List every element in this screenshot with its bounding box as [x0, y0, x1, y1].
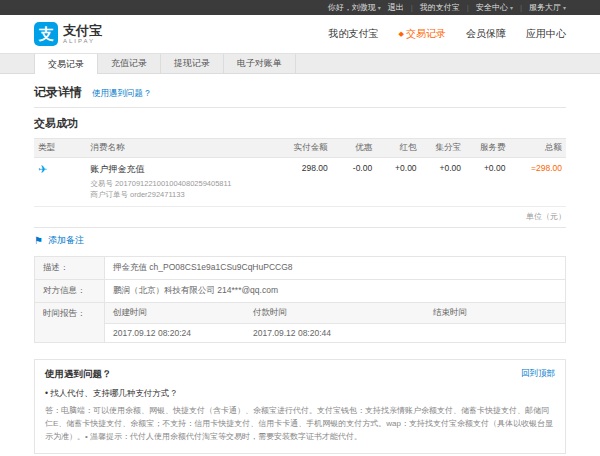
col-header-total: 总额	[509, 139, 566, 158]
security-center-label: 安全中心	[476, 2, 508, 13]
detail-label: 时间报告：	[35, 303, 105, 342]
usage-help-link[interactable]: 使用遇到问题？	[92, 88, 152, 100]
discount-amount: -0.00	[332, 158, 376, 207]
chevron-down-icon: ▾	[378, 4, 381, 11]
col-header-jifenbao: 集分宝	[421, 139, 465, 158]
topbar-separator: |	[411, 3, 413, 12]
detail-row-time: 时间报告： 创建时间 付款时间 结束时间 2017.09.12 08:20:24…	[35, 303, 565, 342]
paid-time: 2017.09.12 08:20:44	[245, 324, 425, 342]
user-greeting-label: 你好，刘傲现	[328, 2, 376, 13]
topbar-security-center-link[interactable]: 安全中心 ▾	[476, 2, 513, 13]
topbar-service-hall-link[interactable]: 服务大厅 ▾	[529, 2, 566, 13]
tab-withdraw-records[interactable]: 提现记录	[161, 54, 224, 73]
chevron-down-icon: ▾	[510, 4, 513, 11]
detail-row-description: 描述： 押金充值 ch_PO08CS1e9a1CSu9CqHuPCCG8	[35, 257, 565, 280]
help-question: • 找人代付、支持哪几种支付方式？	[45, 388, 555, 400]
alipay-trade-detail-page: 你好，刘傲现 ▾ 退出 | 我的支付宝 | 安全中心 ▾ | 服务大厅 ▾ 支	[0, 0, 600, 456]
unit-note: 单位（元）	[34, 207, 566, 227]
tab-recharge-records[interactable]: 充值记录	[98, 54, 161, 73]
trade-table-header-row: 类型 消费名称 实付金额 优惠 红包 集分宝 服务费 总额	[34, 139, 566, 158]
trade-number: 交易号 2017091221001004080259405811	[90, 178, 269, 189]
tab-trade-records[interactable]: 交易记录	[34, 54, 98, 74]
trade-table-row: ✈ 账户押金充值 交易号 201709122100100408025940581…	[34, 158, 566, 207]
col-header-redpacket: 红包	[376, 139, 420, 158]
airplane-icon: ✈	[38, 163, 47, 175]
brand-subname: ALIPAY	[63, 38, 102, 44]
detail-value: 鹏润（北京）科技有限公司 214***@qq.com	[105, 280, 286, 302]
time-col-paid: 付款时间	[245, 303, 425, 323]
topbar-separator: |	[520, 3, 522, 12]
jifenbao-amount: +0.00	[421, 158, 465, 207]
main-content: 记录详情 使用遇到问题？ 交易成功 类型 消费名称 实付金额 优惠 红包 集分宝…	[0, 74, 600, 456]
created-time: 2017.09.12 08:20:24	[105, 324, 245, 342]
logo-text: 支付宝 ALIPAY	[63, 24, 102, 44]
alipay-logo-icon: 支	[34, 22, 58, 46]
total-amount: =298.00	[509, 158, 566, 207]
time-header-row: 创建时间 付款时间 结束时间	[105, 303, 565, 324]
item-name: 账户押金充值	[90, 163, 269, 176]
type-cell: ✈	[34, 158, 86, 207]
topbar-my-alipay-link[interactable]: 我的支付宝	[420, 2, 460, 13]
flag-icon: ⚑	[34, 235, 43, 246]
paid-amount: 298.00	[273, 158, 332, 207]
topbar: 你好，刘傲现 ▾ 退出 | 我的支付宝 | 安全中心 ▾ | 服务大厅 ▾	[0, 0, 600, 15]
diamond-icon: ◆	[399, 30, 404, 38]
redpacket-amount: +0.00	[376, 158, 420, 207]
remark-row: ⚑ 添加备注	[34, 227, 566, 256]
help-box: 使用遇到问题？ 回到顶部 • 找人代付、支持哪几种支付方式？ 答：电脑端：可以使…	[34, 359, 566, 455]
service-hall-label: 服务大厅	[529, 2, 561, 13]
chevron-down-icon: ▾	[563, 4, 566, 11]
finished-time	[425, 324, 565, 342]
nav-my-alipay[interactable]: 我的支付宝	[329, 27, 379, 41]
trade-status: 交易成功	[34, 108, 566, 138]
user-greeting[interactable]: 你好，刘傲现 ▾	[328, 2, 381, 13]
time-subtable: 创建时间 付款时间 结束时间 2017.09.12 08:20:24 2017.…	[105, 303, 565, 342]
help-title: 使用遇到问题？	[45, 368, 112, 381]
nav-app-center[interactable]: 应用中心	[526, 27, 566, 41]
col-header-type: 类型	[34, 139, 86, 158]
nav-trade-records-label: 交易记录	[406, 27, 446, 41]
col-header-service-fee: 服务费	[465, 139, 509, 158]
brand-name: 支付宝	[63, 24, 102, 38]
logo-glyph: 支	[39, 25, 54, 44]
alipay-logo[interactable]: 支 支付宝 ALIPAY	[34, 22, 102, 46]
trade-table: 类型 消费名称 实付金额 优惠 红包 集分宝 服务费 总额 ✈ 账户押金充值	[34, 138, 566, 207]
add-remark-link[interactable]: 添加备注	[48, 234, 84, 247]
help-header: 使用遇到问题？ 回到顶部	[45, 368, 555, 381]
detail-label: 对方信息：	[35, 280, 105, 302]
tab-e-statement[interactable]: 电子对账单	[224, 54, 296, 73]
logout-link[interactable]: 退出	[388, 2, 404, 13]
help-answer: 答：电脑端：可以使用余额、网银、快捷支付（含卡通）、余额宝进行代付。支付宝钱包：…	[45, 404, 555, 444]
back-to-top-link[interactable]: 回到顶部	[521, 368, 555, 380]
col-header-name: 消费名称	[86, 139, 273, 158]
detail-value: 押金充值 ch_PO08CS1e9a1CSu9CqHuPCCG8	[105, 257, 301, 279]
time-col-finished: 结束时间	[425, 303, 565, 323]
detail-label: 描述：	[35, 257, 105, 279]
nav-member-protection[interactable]: 会员保障	[466, 27, 506, 41]
time-values-row: 2017.09.12 08:20:24 2017.09.12 08:20:44	[105, 324, 565, 342]
header-nav: 我的支付宝 ◆ 交易记录 会员保障 应用中心	[329, 27, 566, 41]
name-cell: 账户押金充值 交易号 2017091221001004080259405811 …	[86, 158, 273, 207]
topbar-separator: |	[467, 3, 469, 12]
col-header-discount: 优惠	[332, 139, 376, 158]
header: 支 支付宝 ALIPAY 我的支付宝 ◆ 交易记录 会员保障 应用中心	[0, 15, 600, 53]
title-row: 记录详情 使用遇到问题？	[34, 80, 566, 107]
detail-row-counterparty: 对方信息： 鹏润（北京）科技有限公司 214***@qq.com	[35, 280, 565, 303]
detail-box: 描述： 押金充值 ch_PO08CS1e9a1CSu9CqHuPCCG8 对方信…	[34, 256, 566, 343]
service-fee-amount: +0.00	[465, 158, 509, 207]
merchant-order-number: 商户订单号 order292471133	[90, 189, 269, 200]
tabstrip: 交易记录 充值记录 提现记录 电子对账单	[0, 53, 600, 74]
page-title: 记录详情	[34, 84, 82, 101]
time-col-created: 创建时间	[105, 303, 245, 323]
col-header-paid: 实付金额	[273, 139, 332, 158]
nav-trade-records[interactable]: ◆ 交易记录	[399, 27, 446, 41]
